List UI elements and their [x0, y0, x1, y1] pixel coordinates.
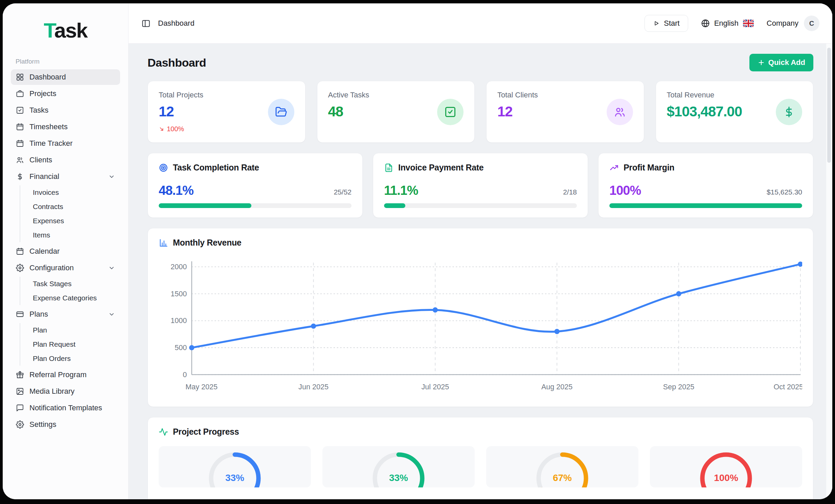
sidebar-subitem-task-stages[interactable]: Task Stages [20, 277, 120, 291]
users-icon [16, 156, 24, 164]
rate-card-title: Invoice Payment Rate [398, 163, 484, 172]
scrollbar-thumb[interactable] [827, 48, 831, 163]
stat-value: $103,487.00 [667, 104, 742, 120]
rate-card-header: Invoice Payment Rate [384, 163, 577, 172]
start-button-label: Start [664, 19, 679, 28]
svg-text:1500: 1500 [170, 290, 187, 298]
calendar-icon [16, 123, 24, 131]
sidebar-item-label: Plans [29, 310, 103, 319]
bar-chart-icon [159, 238, 168, 248]
rate-card-header: Task Completion Rate [159, 163, 351, 172]
account-menu[interactable]: Company C [767, 16, 819, 31]
app-logo: Task [11, 18, 120, 42]
avatar[interactable]: C [804, 16, 819, 31]
sidebar-item-label: Media Library [29, 387, 115, 396]
sidebar-item-financial[interactable]: Financial [11, 169, 120, 184]
page-header: Dashboard Quick Add [147, 54, 813, 71]
sidebar-item-label: Notification Templates [29, 403, 115, 412]
gift-icon [16, 371, 24, 379]
sidebar-item-clients[interactable]: Clients [11, 152, 120, 168]
rate-progress-track [384, 203, 577, 208]
rate-card-title: Profit Margin [624, 163, 674, 172]
progress-tile-1: 33% [159, 446, 311, 487]
rate-progress-fill [384, 203, 405, 208]
file-text-icon [384, 163, 393, 172]
sidebar-item-timesheets[interactable]: Timesheets [11, 119, 120, 134]
breadcrumb[interactable]: Dashboard [158, 19, 195, 28]
start-button[interactable]: Start [645, 15, 688, 32]
play-icon [653, 20, 660, 27]
svg-text:Aug 2025: Aug 2025 [541, 382, 572, 391]
sidebar-subitem-plan-request[interactable]: Plan Request [20, 337, 120, 352]
project-progress-card: Project Progress 33% 33% 67% 100% [147, 417, 813, 499]
stat-value: 12 [497, 104, 538, 120]
svg-text:1000: 1000 [170, 316, 187, 325]
sidebar-subgroup-configuration: Task StagesExpense Categories [20, 277, 120, 305]
sidebar-item-time-tracker[interactable]: Time Tracker [11, 135, 120, 151]
progress-percent-label: 33% [159, 472, 311, 483]
sidebar-subitem-plan-orders[interactable]: Plan Orders [20, 352, 120, 366]
sidebar-item-notification-templates[interactable]: Notification Templates [11, 400, 120, 416]
sidebar-item-label: Settings [29, 420, 115, 429]
stat-card-active-tasks: Active Tasks 48 [317, 81, 475, 143]
language-label: English [714, 19, 738, 28]
sidebar-item-label: Tasks [29, 106, 115, 115]
rate-card-task-completion-rate: Task Completion Rate 48.1% 25/52 [147, 153, 363, 218]
rate-progress-fill [159, 203, 251, 208]
sidebar-item-dashboard[interactable]: Dashboard [11, 69, 120, 85]
company-label: Company [767, 19, 798, 28]
progress-percent-label: 33% [322, 472, 475, 483]
svg-text:Oct 2025: Oct 2025 [773, 382, 802, 391]
credit-card-icon [16, 310, 24, 318]
stat-card-total-clients: Total Clients 12 [486, 81, 644, 143]
sidebar-subitem-contracts[interactable]: Contracts [20, 200, 120, 214]
stat-info: Total Projects 12 100% [159, 91, 203, 133]
scrollbar-track[interactable] [826, 44, 832, 499]
stat-icon-badge [268, 99, 294, 125]
sidebar-item-label: Dashboard [29, 73, 115, 82]
topbar-left: Dashboard [141, 19, 195, 28]
calendar-icon [16, 247, 24, 255]
sidebar-item-projects[interactable]: Projects [11, 86, 120, 102]
progress-percent-label: 100% [650, 472, 802, 483]
sidebar-item-label: Configuration [29, 264, 103, 272]
svg-text:Jun 2025: Jun 2025 [299, 382, 328, 391]
logo-rest: ask [54, 19, 87, 42]
sidebar-item-label: Timesheets [29, 123, 115, 131]
rate-values: 100% $15,625.30 [609, 183, 802, 198]
rate-values: 48.1% 25/52 [159, 183, 351, 198]
rate-percent: 100% [609, 183, 641, 198]
quick-add-button[interactable]: Quick Add [749, 54, 813, 71]
svg-text:2000: 2000 [170, 262, 187, 271]
message-icon [16, 404, 24, 412]
sidebar-item-tasks[interactable]: Tasks [11, 103, 120, 118]
sidebar-subitem-expenses[interactable]: Expenses [20, 214, 120, 228]
progress-tile-3: 67% [486, 446, 638, 487]
sidebar-item-label: Clients [29, 155, 115, 164]
monthly-revenue-header: Monthly Revenue [159, 238, 802, 248]
stat-info: Total Revenue $103,487.00 [667, 91, 742, 133]
rate-progress-track [159, 203, 351, 208]
sidebar-item-label: Calendar [29, 247, 115, 256]
sidebar-subitem-items[interactable]: Items [20, 228, 120, 242]
sidebar: Task Platform DashboardProjectsTasksTime… [3, 3, 128, 499]
sidebar-item-configuration[interactable]: Configuration [11, 260, 120, 276]
language-selector[interactable]: English [701, 19, 754, 28]
sidebar-toggle-icon[interactable] [141, 19, 150, 28]
monthly-revenue-card: Monthly Revenue 0500100015002000May 2025… [147, 228, 813, 407]
sidebar-item-calendar[interactable]: Calendar [11, 244, 120, 259]
monthly-revenue-title: Monthly Revenue [173, 238, 241, 248]
quick-add-label: Quick Add [768, 58, 805, 67]
sidebar-subitem-expense-categories[interactable]: Expense Categories [20, 291, 120, 305]
sidebar-subitem-invoices[interactable]: Invoices [20, 185, 120, 200]
sidebar-item-media-library[interactable]: Media Library [11, 383, 120, 399]
sidebar-subitem-plan[interactable]: Plan [20, 323, 120, 337]
rate-values: 11.1% 2/18 [384, 183, 577, 198]
sidebar-item-settings[interactable]: Settings [11, 417, 120, 432]
svg-text:0: 0 [183, 371, 187, 379]
sidebar-item-referral-program[interactable]: Referral Program [11, 367, 120, 382]
stats-grid: Total Projects 12 100% Active Tasks 48 T… [147, 81, 813, 143]
sidebar-item-label: Referral Program [29, 371, 115, 379]
chevron-down-icon [108, 265, 115, 271]
sidebar-item-plans[interactable]: Plans [11, 307, 120, 322]
